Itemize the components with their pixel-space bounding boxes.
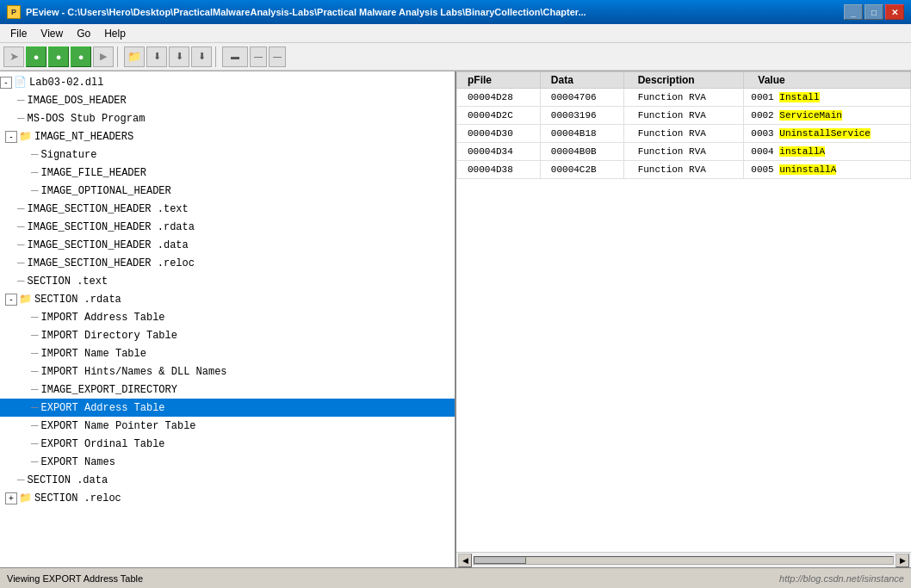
tree-label-import-address: IMPORT Address Table xyxy=(41,312,165,324)
tree-item-msdos-stub[interactable]: ─MS-DOS Stub Program xyxy=(0,109,455,127)
tree-folder-icon-section-reloc: 📁 xyxy=(19,492,32,504)
tree-node-icon-export-ordinal: ─ xyxy=(31,437,39,449)
tree-item-section-rdata-header[interactable]: ─IMAGE_SECTION_HEADER .rdata xyxy=(0,218,455,236)
tree-item-section-reloc[interactable]: +📁SECTION .reloc xyxy=(0,489,455,507)
status-bar: Viewing EXPORT Address Table http://blog… xyxy=(0,567,911,588)
toolbar-nav-btn[interactable]: ▶ xyxy=(93,46,114,67)
col-data: Data xyxy=(540,72,623,89)
tree-node-icon-export-name-ptr: ─ xyxy=(31,419,39,431)
menu-help[interactable]: Help xyxy=(97,26,133,41)
tree-item-export-address[interactable]: ─EXPORT Address Table xyxy=(0,399,455,417)
table-row[interactable]: 00004D3400004B0BFunction RVA0004 install… xyxy=(457,143,911,161)
tree-item-signature[interactable]: ─Signature xyxy=(0,145,455,164)
tree-item-section-text[interactable]: ─SECTION .text xyxy=(0,272,455,290)
tree-item-section-data[interactable]: ─SECTION .data xyxy=(0,471,455,489)
toolbar-arrow-btn[interactable]: ➤ xyxy=(3,46,24,67)
cell-pfile: 00004D2C xyxy=(457,107,541,125)
tree-panel[interactable]: -📄Lab03-02.dll─IMAGE_DOS_HEADER─MS-DOS S… xyxy=(0,71,456,567)
tree-item-optional-header[interactable]: ─IMAGE_OPTIONAL_HEADER xyxy=(0,182,455,200)
tree-item-export-names[interactable]: ─EXPORT Names xyxy=(0,453,455,471)
toolbar-down-btn-2[interactable]: ⬇ xyxy=(169,46,189,67)
tree-container: -📄Lab03-02.dll─IMAGE_DOS_HEADER─MS-DOS S… xyxy=(0,73,455,507)
table-row[interactable]: 00004D2800004706Function RVA0001 Install xyxy=(457,89,911,107)
col-pfile: pFile xyxy=(457,72,541,89)
cell-pfile: 00004D30 xyxy=(457,125,541,143)
minimize-button[interactable]: _ xyxy=(844,4,863,20)
toolbar-open-btn[interactable]: 📁 xyxy=(124,46,145,67)
toolbar-small-btn-1[interactable]: ▬ xyxy=(222,46,248,67)
tree-node-icon-import-name: ─ xyxy=(31,347,39,359)
tree-item-nt-headers[interactable]: -📁IMAGE_NT_HEADERS xyxy=(0,127,455,145)
tree-node-icon-section-text: ─ xyxy=(17,275,25,287)
horizontal-scrollbar[interactable]: ◀ ▶ xyxy=(456,552,911,567)
scroll-left-btn[interactable]: ◀ xyxy=(458,554,472,567)
tree-item-file-header[interactable]: ─IMAGE_FILE_HEADER xyxy=(0,164,455,182)
tree-label-section-rdata-header: IMAGE_SECTION_HEADER .rdata xyxy=(28,221,195,233)
cell-description: Function RVA xyxy=(623,161,744,179)
table-row[interactable]: 00004D2C00003196Function RVA0002 Service… xyxy=(457,107,911,125)
app-icon: P xyxy=(7,5,21,19)
tree-toggle-lab03[interactable]: - xyxy=(0,77,12,89)
highlighted-value: uninstallA xyxy=(779,164,836,175)
detail-table: pFile Data Description Value 00004D28000… xyxy=(456,71,911,179)
toolbar-refresh-btn-2[interactable]: ● xyxy=(48,46,69,67)
tree-toggle-section-reloc[interactable]: + xyxy=(5,492,17,504)
tree-node-icon-dos-header: ─ xyxy=(17,94,25,106)
tree-item-export-name-ptr[interactable]: ─EXPORT Name Pointer Table xyxy=(0,417,455,435)
tree-label-import-directory: IMPORT Directory Table xyxy=(41,330,177,342)
maximize-button[interactable]: □ xyxy=(865,4,883,20)
cell-description: Function RVA xyxy=(623,143,744,161)
tree-toggle-section-rdata[interactable]: - xyxy=(5,294,17,306)
tree-item-section-data-header[interactable]: ─IMAGE_SECTION_HEADER .data xyxy=(0,236,455,254)
tree-label-signature: Signature xyxy=(41,149,97,161)
cell-description: Function RVA xyxy=(623,107,744,125)
tree-item-lab03[interactable]: -📄Lab03-02.dll xyxy=(0,73,455,91)
tree-item-dos-header[interactable]: ─IMAGE_DOS_HEADER xyxy=(0,91,455,109)
highlighted-value: Install xyxy=(779,92,819,102)
main-content: -📄Lab03-02.dll─IMAGE_DOS_HEADER─MS-DOS S… xyxy=(0,71,911,567)
table-row[interactable]: 00004D3000004B18Function RVA0003 Uninsta… xyxy=(457,125,911,143)
tree-node-icon-section-text-header: ─ xyxy=(17,202,25,214)
cell-data: 00004B18 xyxy=(540,125,623,143)
title-bar: P PEview - C:\Users\Hero\Desktop\Practic… xyxy=(0,0,911,24)
menu-file[interactable]: File xyxy=(3,26,34,41)
cell-description: Function RVA xyxy=(623,89,744,107)
tree-label-nt-headers: IMAGE_NT_HEADERS xyxy=(34,131,133,143)
scroll-thumb[interactable] xyxy=(474,557,526,564)
tree-label-section-data-header: IMAGE_SECTION_HEADER .data xyxy=(28,239,189,251)
toolbar-small-btn-3[interactable]: — xyxy=(269,46,286,67)
tree-label-msdos-stub: MS-DOS Stub Program xyxy=(28,113,146,125)
tree-label-section-reloc-header: IMAGE_SECTION_HEADER .reloc xyxy=(28,257,195,269)
toolbar-refresh-btn-1[interactable]: ● xyxy=(26,46,46,67)
tree-label-section-rdata: SECTION .rdata xyxy=(34,294,121,306)
cell-value: 0003 UninstallService xyxy=(744,125,911,143)
tree-item-export-ordinal[interactable]: ─EXPORT Ordinal Table xyxy=(0,435,455,453)
tree-item-import-name[interactable]: ─IMPORT Name Table xyxy=(0,344,455,362)
tree-label-lab03: Lab03-02.dll xyxy=(29,77,103,89)
toolbar-refresh-btn-3[interactable]: ● xyxy=(71,46,91,67)
highlighted-value: UninstallService xyxy=(779,128,871,139)
toolbar-down-btn-3[interactable]: ⬇ xyxy=(191,46,212,67)
menu-view[interactable]: View xyxy=(34,26,70,41)
tree-label-image-export-dir: IMAGE_EXPORT_DIRECTORY xyxy=(41,384,177,396)
tree-item-image-export-dir[interactable]: ─IMAGE_EXPORT_DIRECTORY xyxy=(0,381,455,399)
tree-item-section-rdata[interactable]: -📁SECTION .rdata xyxy=(0,290,455,308)
tree-toggle-nt-headers[interactable]: - xyxy=(5,131,17,143)
tree-item-section-text-header[interactable]: ─IMAGE_SECTION_HEADER .text xyxy=(0,200,455,218)
tree-item-import-hints[interactable]: ─IMPORT Hints/Names & DLL Names xyxy=(0,362,455,381)
tree-item-import-directory[interactable]: ─IMPORT Directory Table xyxy=(0,326,455,344)
toolbar-sep-1 xyxy=(117,46,121,67)
tree-label-section-text: SECTION .text xyxy=(28,275,108,288)
tree-item-section-reloc-header[interactable]: ─IMAGE_SECTION_HEADER .reloc xyxy=(0,254,455,272)
cell-value: 0005 uninstallA xyxy=(744,161,911,179)
table-row[interactable]: 00004D3800004C2BFunction RVA0005 uninsta… xyxy=(457,161,911,179)
tree-node-icon-import-address: ─ xyxy=(31,311,39,323)
tree-label-export-address: EXPORT Address Table xyxy=(41,402,165,414)
tree-label-export-name-ptr: EXPORT Name Pointer Table xyxy=(41,420,196,432)
toolbar-small-btn-2[interactable]: — xyxy=(250,46,267,67)
tree-item-import-address[interactable]: ─IMPORT Address Table xyxy=(0,308,455,326)
scroll-right-btn[interactable]: ▶ xyxy=(896,554,909,567)
close-button[interactable]: ✕ xyxy=(885,4,904,20)
toolbar-down-btn-1[interactable]: ⬇ xyxy=(146,46,167,67)
menu-go[interactable]: Go xyxy=(70,26,97,41)
